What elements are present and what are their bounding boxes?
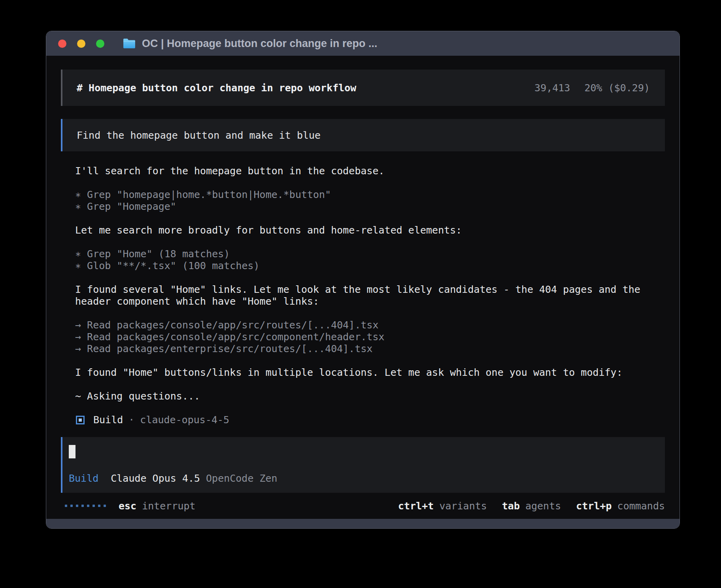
transcript-line: ∗ Grep "homepage|home.*button|Home.*butt… <box>75 189 665 201</box>
window-footer-bar <box>46 519 679 528</box>
terminal-content: # Homepage button color change in repo w… <box>46 56 679 519</box>
provider-name: OpenCode Zen <box>206 473 277 484</box>
status-left: esc interrupt <box>65 500 196 512</box>
spinner-dot <box>87 505 89 507</box>
spinner-dot <box>81 505 84 507</box>
window-titlebar[interactable]: OC | Homepage button color change in rep… <box>46 31 679 56</box>
keyboard-hint: tabagents <box>502 500 561 512</box>
transcript-line: ∗ Glob "**/*.tsx" (100 matches) <box>75 260 665 272</box>
hint-label: agents <box>525 500 561 512</box>
terminal-window: OC | Homepage button color change in rep… <box>46 31 680 529</box>
spinner-dot <box>76 505 78 507</box>
transcript-group: ~ Asking questions... <box>75 390 665 402</box>
transcript-line: ∗ Grep "Home" (18 matches) <box>75 248 665 260</box>
token-count: 39,413 <box>534 82 570 94</box>
spinner-dot <box>92 505 95 507</box>
hint-label: variants <box>439 500 487 512</box>
user-message-text: Find the homepage button and make it blu… <box>77 130 321 141</box>
agent-status-row: Build · claude-opus-4-5 <box>61 414 665 426</box>
text-cursor <box>69 445 75 458</box>
transcript-line: Let me search more broadly for buttons a… <box>75 224 665 236</box>
context-cost: 20% ($0.29) <box>584 82 650 94</box>
assistant-transcript: I'll search for the homepage button in t… <box>61 165 665 414</box>
agent-name: Build <box>93 414 123 426</box>
close-button[interactable] <box>58 40 66 48</box>
spinner-dot <box>104 505 106 507</box>
hint-label: commands <box>617 500 665 512</box>
hint-key: tab <box>502 500 520 512</box>
transcript-group: I found several "Home" links. Let me loo… <box>75 284 665 307</box>
user-message: Find the homepage button and make it blu… <box>61 119 665 151</box>
prompt-input[interactable]: Build Claude Opus 4.5 OpenCode Zen <box>61 437 665 493</box>
input-status-line: Build Claude Opus 4.5 OpenCode Zen <box>69 473 659 484</box>
transcript-group: Let me search more broadly for buttons a… <box>75 224 665 236</box>
transcript-group: I'll search for the homepage button in t… <box>75 165 665 177</box>
transcript-line: I found "Home" buttons/links in multiple… <box>75 367 665 379</box>
agent-square-icon <box>76 416 85 424</box>
transcript-line: I found several "Home" links. Let me loo… <box>75 284 665 296</box>
spinner-dots <box>65 505 106 507</box>
session-stats: 39,413 20% ($0.29) <box>534 82 650 94</box>
transcript-line: → Read packages/console/app/src/routes/[… <box>75 319 665 331</box>
transcript-line: ~ Asking questions... <box>75 390 665 402</box>
transcript-line: → Read packages/console/app/src/componen… <box>75 331 665 343</box>
spinner-dot <box>98 505 100 507</box>
spinner-dot <box>70 505 73 507</box>
transcript-line: ∗ Grep "Homepage" <box>75 201 665 213</box>
keyboard-hints: ctrl+tvariantstabagentsctrl+pcommands <box>398 500 665 512</box>
hint-key: ctrl+p <box>576 500 612 512</box>
session-header: # Homepage button color change in repo w… <box>61 70 665 106</box>
transcript-group: I found "Home" buttons/links in multiple… <box>75 367 665 379</box>
status-bar: esc interrupt ctrl+tvariantstabagentsctr… <box>61 500 665 512</box>
window-title: OC | Homepage button color change in rep… <box>142 38 377 50</box>
transcript-group: ∗ Grep "homepage|home.*button|Home.*butt… <box>75 189 665 213</box>
model-name: Claude Opus 4.5 <box>111 473 200 484</box>
keyboard-hint: ctrl+pcommands <box>576 500 665 512</box>
minimize-button[interactable] <box>77 40 85 48</box>
esc-key-label: interrupt <box>142 500 195 512</box>
session-title: # Homepage button color change in repo w… <box>77 82 356 94</box>
maximize-button[interactable] <box>96 40 104 48</box>
transcript-line: I'll search for the homepage button in t… <box>75 165 665 177</box>
traffic-lights <box>58 40 104 48</box>
transcript-line: header component which have "Home" links… <box>75 296 665 307</box>
esc-key-hint: esc <box>119 500 136 512</box>
agent-separator: · <box>128 414 134 426</box>
transcript-group: → Read packages/console/app/src/routes/[… <box>75 319 665 355</box>
hint-key: ctrl+t <box>398 500 434 512</box>
keyboard-hint: ctrl+tvariants <box>398 500 487 512</box>
spinner-dot <box>65 505 67 507</box>
agent-model: claude-opus-4-5 <box>140 414 229 426</box>
transcript-group: ∗ Grep "Home" (18 matches)∗ Glob "**/*.t… <box>75 248 665 272</box>
mode-badge[interactable]: Build <box>69 473 98 484</box>
transcript-line: → Read packages/enterprise/src/routes/[.… <box>75 343 665 355</box>
folder-icon <box>123 38 136 49</box>
